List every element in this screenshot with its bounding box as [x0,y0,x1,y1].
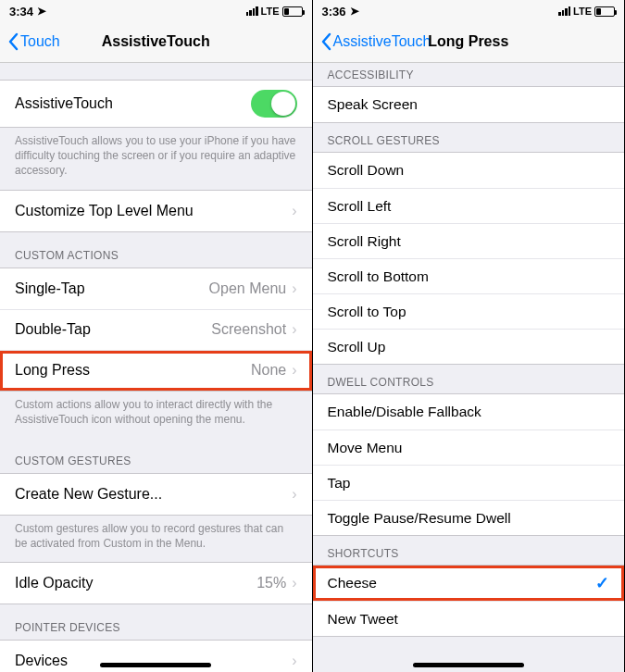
cell-label: Single-Tap [15,280,209,297]
battery-icon [282,6,303,17]
chevron-right-icon: › [292,321,296,338]
right-screen: 3:36 ➤ LTE AssistiveTouch Long Press ACC… [313,0,626,672]
cell-label: Enable/Disable Fallback [328,404,610,420]
cell-label: Idle Opacity [15,575,256,591]
cell-value: Screenshot [211,321,286,338]
scroll-left-row[interactable]: Scroll Left [313,188,625,223]
nav-bar: Touch AssistiveTouch [0,20,312,63]
cell-label: Customize Top Level Menu [15,203,292,219]
status-bar: 3:36 ➤ LTE [313,0,625,20]
cell-label: Cheese [328,575,596,591]
chevron-left-icon [7,32,19,51]
chevron-left-icon [320,32,331,51]
location-icon: ➤ [350,5,359,18]
checkmark-icon: ✓ [595,573,609,593]
dwell-move-row[interactable]: Move Menu [313,429,625,465]
signal-icon [246,6,258,16]
cell-label: New Tweet [328,611,610,628]
chevron-right-icon: › [292,486,296,503]
create-gesture-row[interactable]: Create New Gesture... › [0,474,312,515]
idle-opacity-row[interactable]: Idle Opacity 15% › [0,563,312,604]
left-screen: 3:34 ➤ LTE Touch AssistiveTouch Assistiv… [0,0,313,672]
back-button[interactable]: Touch [7,32,60,51]
double-tap-row[interactable]: Double-Tap Screenshot › [0,309,312,350]
cell-label: Scroll Right [328,233,610,250]
dwell-fallback-row[interactable]: Enable/Disable Fallback [313,394,625,429]
customize-menu-row[interactable]: Customize Top Level Menu › [0,191,312,231]
network-label: LTE [261,6,280,17]
dwell-tap-row[interactable]: Tap [313,465,625,500]
back-label: AssistiveTouch [333,33,431,50]
cell-label: Scroll Up [328,339,610,355]
nav-bar: AssistiveTouch Long Press [313,20,625,63]
chevron-right-icon: › [292,280,296,297]
status-bar: 3:34 ➤ LTE [0,0,312,20]
scroll-top-row[interactable]: Scroll to Top [313,293,625,329]
cell-value: None [251,362,286,379]
chevron-right-icon: › [292,362,296,379]
cell-label: Create New Gesture... [15,486,292,503]
home-indicator[interactable] [413,663,524,667]
content-scroll[interactable]: ACCESSIBILITY Speak Screen SCROLL GESTUR… [313,63,625,672]
cell-label: Long Press [15,362,251,379]
speak-screen-row[interactable]: Speak Screen [313,87,625,122]
cell-label: AssistiveTouch [15,95,251,112]
section-footer: Custom gestures allow you to record gest… [0,516,312,562]
cell-label: Speak Screen [328,96,610,113]
cell-label: Scroll Left [328,198,610,215]
home-indicator[interactable] [100,663,211,667]
cell-label: Scroll to Top [328,304,610,320]
assistivetouch-toggle[interactable] [251,90,297,118]
content-scroll[interactable]: AssistiveTouch AssistiveTouch allows you… [0,63,312,672]
status-time: 3:34 [9,5,33,19]
scroll-up-row[interactable]: Scroll Up [313,329,625,364]
section-header: SHORTCUTS [313,536,625,565]
section-header: POINTER DEVICES [0,604,312,640]
scroll-bottom-row[interactable]: Scroll to Bottom [313,258,625,293]
section-footer: AssistiveTouch allows you to use your iP… [0,128,312,190]
network-label: LTE [573,6,592,17]
section-header: DWELL CONTROLS [313,365,625,393]
cell-value: Open Menu [209,280,287,297]
chevron-right-icon: › [292,575,296,591]
status-time: 3:36 [322,5,346,19]
section-header: CUSTOM ACTIONS [0,232,312,268]
shortcut-newtweet-row[interactable]: New Tweet [313,601,625,636]
dwell-toggle-row[interactable]: Toggle Pause/Resume Dwell [313,500,625,535]
single-tap-row[interactable]: Single-Tap Open Menu › [0,268,312,309]
chevron-right-icon: › [292,203,296,219]
section-header: CUSTOM GESTURES [0,438,312,473]
assistivetouch-toggle-row[interactable]: AssistiveTouch [0,81,312,127]
cell-label: Tap [328,475,610,492]
section-header: SCROLL GESTURES [313,123,625,152]
back-button[interactable]: AssistiveTouch [320,32,431,51]
battery-icon [594,6,615,17]
cell-label: Double-Tap [15,321,211,338]
cell-label: Toggle Pause/Resume Dwell [328,510,610,527]
cell-label: Move Menu [328,440,610,456]
shortcut-cheese-row[interactable]: Cheese ✓ [313,566,625,601]
location-icon: ➤ [37,5,46,18]
scroll-right-row[interactable]: Scroll Right [313,223,625,258]
section-header: ACCESSIBILITY [313,63,625,86]
section-footer: Custom actions allow you to interact dir… [0,392,312,438]
cell-label: Scroll to Bottom [328,268,610,285]
long-press-row[interactable]: Long Press None › [0,350,312,391]
cell-label: Scroll Down [328,162,610,179]
scroll-down-row[interactable]: Scroll Down [313,153,625,188]
back-label: Touch [20,33,60,50]
chevron-right-icon: › [292,653,296,669]
signal-icon [558,6,570,16]
cell-value: 15% [256,575,286,591]
